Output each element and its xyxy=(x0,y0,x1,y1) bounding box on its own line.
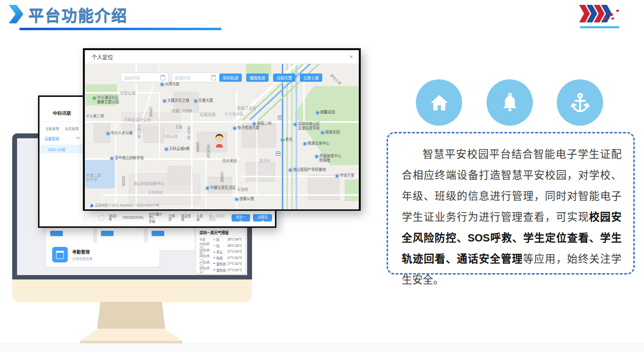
positioning-window: 个人定位 × xyxy=(83,48,361,211)
poi-label-text: 中兴通讯社区 健康主题公园 xyxy=(97,96,119,104)
map-poi-label: 仓智云城 xyxy=(120,92,136,96)
weather-icon: ☂ xyxy=(212,256,216,260)
poi-label-text: 兴科一街 xyxy=(137,125,141,138)
poi-label-text: 深中南山创新学校 xyxy=(115,156,144,161)
poi-label-text: 万科云城5期 xyxy=(169,147,190,151)
poi-marker-icon xyxy=(303,142,307,146)
calendar-icon xyxy=(160,75,165,80)
admin-menu-item[interactable]: 设备管理 xyxy=(39,136,84,141)
map-action-button[interactable]: 实时轨迹 xyxy=(219,74,242,82)
road-line xyxy=(206,156,207,209)
row-cells: 测试2号20015202100L2021届小学1 年级已绑定班主任张人员组输入关… xyxy=(109,212,227,223)
mini-button[interactable] xyxy=(101,231,114,236)
map-poi-label: 华润万家 xyxy=(335,174,354,178)
map-attribution: 高德地图 © 2021 AutoNavi - GS(2019)6379号 xyxy=(90,203,159,207)
end-time-input[interactable]: 结束时间 xyxy=(172,73,219,82)
metro-station-icon xyxy=(276,151,280,156)
poi-label-text: 石鼓花园 xyxy=(200,113,215,117)
admin-tabs: 设备管理信息管理 xyxy=(39,126,84,131)
poi-label-text: 万科云设计公社 xyxy=(124,118,151,123)
map-poi-label: 桃源文体中心 xyxy=(303,142,330,146)
poi-label-text: 珠光村 xyxy=(259,159,271,164)
row-action-button[interactable]: 创建班级 xyxy=(253,214,272,222)
road-line xyxy=(303,64,305,121)
table-cell: 2021届小学1 年级 xyxy=(149,212,164,223)
map-poi-label: 十六冶小区 xyxy=(224,112,244,117)
row-action-button[interactable]: 绑定一班 xyxy=(232,214,251,222)
monitor-stand-base xyxy=(80,329,182,341)
map-action-button[interactable]: 当前位置 xyxy=(273,74,295,82)
map-poi-label: 万科云城5期 xyxy=(165,147,190,151)
weather-condition: 多云 xyxy=(216,249,228,254)
row-checkbox[interactable] xyxy=(99,215,104,221)
map-block xyxy=(246,162,275,182)
metro-line xyxy=(282,64,283,209)
map-action-button[interactable]: 播放轨迹 xyxy=(246,74,269,82)
poi-marker-icon xyxy=(165,148,168,151)
map-poi-label: 才公寓三期 xyxy=(86,114,104,119)
anchor-icon xyxy=(569,92,591,114)
weather-rows: 今天 ☀ 晴 28℃/34℃ 24日(周六) ☀ 晴 28℃/33℃ 25日(周… xyxy=(199,237,242,273)
weather-condition: 晴 xyxy=(216,237,228,242)
greenway-line xyxy=(292,64,293,209)
map-canvas[interactable]: 中兴通讯社区 健康主题公园 天琪大厦 仓智云城 大疆天空之城 xyxy=(85,64,359,209)
logo-underline xyxy=(580,26,619,28)
poi-marker-icon xyxy=(281,138,284,142)
map-action-button[interactable]: 立即上报 xyxy=(300,74,322,82)
map-poi-label: 丽珠花园 xyxy=(321,130,340,135)
map-poi-label: 创客公馆 xyxy=(235,197,254,202)
map-poi-label: 西丽体育中心 附属楼 xyxy=(315,154,341,163)
poi-label-text: 创科路 xyxy=(121,176,125,186)
poi-marker-icon xyxy=(253,122,256,126)
weather-icon: ☁ xyxy=(212,250,216,254)
admin-tab[interactable]: 信息管理 xyxy=(65,126,78,131)
poi-label-text: 天地良材 xyxy=(148,191,163,195)
description-paragraph: 智慧平安校园平台结合智能电子学生证配合相应终端设备打造智慧平安校园，对学校、年级… xyxy=(402,144,622,291)
map-poi-label: 深中南山创新学校 xyxy=(110,156,144,161)
poi-label-text: 桃源文体中心 xyxy=(308,142,330,146)
map-poi-label: 南山科技创新中心 xyxy=(134,182,165,186)
attendance-card[interactable]: 考勤管理 分类信息查看 xyxy=(46,242,159,267)
weather-temp: 27℃/32℃ xyxy=(227,262,242,266)
map-block xyxy=(168,166,193,185)
map-poi-label: 大疆天空之城 xyxy=(163,99,189,103)
weather-icon: ☀ xyxy=(212,238,216,241)
end-time-placeholder: 结束时间 xyxy=(175,75,191,80)
close-icon[interactable]: × xyxy=(349,53,353,60)
poi-label-text: 茶光 xyxy=(285,138,293,142)
chevron-up-icon xyxy=(76,136,80,140)
poi-marker-icon xyxy=(163,99,166,103)
admin-table-row: 测试2号20015202100L2021届小学1 年级已绑定班主任张人员组输入关… xyxy=(99,212,272,223)
title-underline xyxy=(20,28,221,30)
poi-label-text: 留仙三街 xyxy=(186,126,191,140)
poi-marker-icon xyxy=(335,174,339,178)
poi-marker-icon xyxy=(110,157,114,160)
attendance-icon xyxy=(52,247,68,262)
poi-marker-icon xyxy=(106,132,110,135)
poi-label-text: 石鼓 xyxy=(176,125,182,130)
weather-row: 26日(周一) ☂ 阵雨 27℃/32℃ xyxy=(199,255,242,261)
mini-button[interactable] xyxy=(50,231,63,236)
admin-selected-item[interactable]: 2021-02班 xyxy=(39,145,84,153)
weather-icon: ☂ xyxy=(212,268,216,272)
start-time-input[interactable]: 起始时间 xyxy=(121,73,169,82)
weather-row: 28日(周三) ☂ 雷阵雨 27℃/32℃ xyxy=(199,267,242,274)
road-line xyxy=(102,194,359,196)
table-cell: 20015202100L xyxy=(123,216,144,220)
road-line xyxy=(256,108,257,195)
monitor-chin xyxy=(12,279,252,302)
admin-tab[interactable]: 设备管理 xyxy=(45,126,59,131)
mini-button[interactable] xyxy=(152,231,164,236)
table-cell: 测试2号 xyxy=(109,214,118,222)
park-area xyxy=(345,180,359,201)
zkxl-logo xyxy=(579,3,626,29)
table-cell: 输入关键字筛选 xyxy=(209,214,227,222)
weather-widget: 深圳一周天气预报 今天 ☀ 晴 28℃/34℃ 24日(周六) ☀ 晴 28℃ xyxy=(196,227,245,274)
admin-menu-label: 设备管理 xyxy=(44,136,59,141)
poi-label-text: 电子检测大厦 xyxy=(237,126,259,130)
student-location-marker[interactable] xyxy=(214,133,225,148)
poi-label-text: 天琪大厦 xyxy=(165,82,179,87)
map-action-buttons: 实时轨迹播放轨迹当前位置立即上报 xyxy=(219,74,322,82)
row-buttons: 绑定一班创建班级 xyxy=(232,214,272,222)
map-poi-label: 电子检测大厦 xyxy=(233,126,259,130)
